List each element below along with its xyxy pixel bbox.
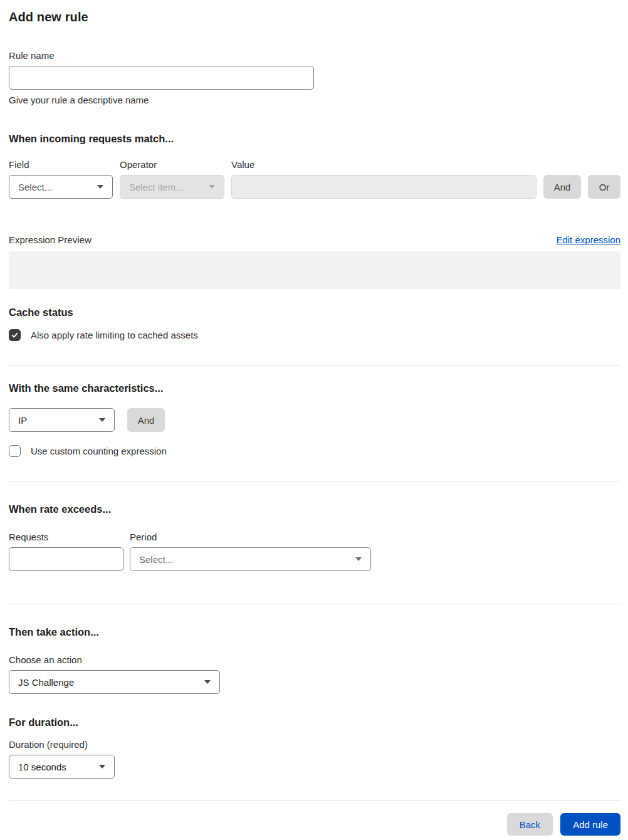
choose-action-label: Choose an action [9,654,620,665]
action-dropdown[interactable]: JS Challenge [9,670,220,694]
expression-preview-label: Expression Preview [9,234,92,245]
checkmark-icon [11,331,19,339]
field-label: Field [9,159,113,170]
duration-heading: For duration... [9,717,620,728]
back-button[interactable]: Back [507,813,553,836]
characteristic-dropdown[interactable]: IP [9,408,115,432]
action-dropdown-value: JS Challenge [18,677,74,688]
requests-input[interactable] [9,547,123,571]
requests-label: Requests [9,532,123,542]
action-heading: Then take action... [9,626,620,638]
edit-expression-link[interactable]: Edit expression [556,234,620,245]
divider [9,365,620,365]
chevron-down-icon [355,557,362,561]
field-dropdown[interactable]: Select... [9,175,113,199]
page-title: Add new rule [9,10,620,24]
operator-label: Operator [120,159,224,170]
value-label: Value [231,159,536,170]
characteristic-dropdown-value: IP [18,415,27,426]
divider [9,604,620,604]
period-dropdown-value: Select... [139,554,173,565]
match-section-heading: When incoming requests match... [9,133,620,145]
chevron-down-icon [99,765,105,769]
field-dropdown-value: Select... [18,182,52,192]
or-button[interactable]: Or [588,175,620,199]
cache-status-checkbox-label[interactable]: Also apply rate limiting to cached asset… [31,330,198,340]
characteristics-heading: With the same characteristics... [9,382,620,394]
period-dropdown[interactable]: Select... [130,547,371,571]
expression-preview-box [9,251,620,289]
characteristic-and-button[interactable]: And [127,408,165,432]
duration-label: Duration (required) [9,739,620,750]
rule-name-helper: Give your rule a descriptive name [9,95,620,105]
custom-counting-checkbox-label[interactable]: Use custom counting expression [31,446,167,456]
divider [9,800,620,801]
value-input [231,175,536,199]
operator-dropdown: Select item... [120,175,224,199]
duration-dropdown[interactable]: 10 seconds [9,755,115,779]
cache-status-heading: Cache status [9,307,620,318]
operator-dropdown-value: Select item... [129,182,184,192]
custom-counting-checkbox[interactable] [9,445,21,457]
add-rule-form: Add new rule Rule name Give your rule a … [0,0,628,836]
cache-status-checkbox[interactable] [9,329,21,341]
and-button[interactable]: And [543,175,581,199]
chevron-down-icon [204,680,211,684]
chevron-down-icon [209,185,215,189]
chevron-down-icon [97,185,103,189]
duration-dropdown-value: 10 seconds [18,762,66,772]
chevron-down-icon [99,418,105,422]
period-label: Period [130,532,371,542]
rule-name-input[interactable] [9,66,314,90]
divider [9,481,620,481]
add-rule-button[interactable]: Add rule [560,813,620,836]
rate-heading: When rate exceeds... [9,503,620,515]
rule-name-label: Rule name [9,50,620,61]
